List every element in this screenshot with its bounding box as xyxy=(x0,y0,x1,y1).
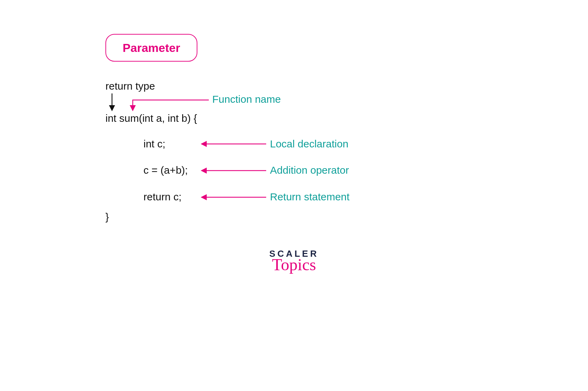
logo-topics-text: Topics xyxy=(0,257,588,272)
label-function-name: Function name xyxy=(212,93,281,105)
label-return-statement: Return statement xyxy=(270,191,349,203)
code-local-declaration: int c; xyxy=(143,138,165,150)
code-return: return c; xyxy=(143,191,181,203)
code-addition: c = (a+b); xyxy=(143,164,188,176)
code-signature: int sum(int a, int b) { xyxy=(105,112,197,124)
arrow-function-name xyxy=(133,100,209,110)
logo: SCALER Topics xyxy=(0,248,588,272)
label-local-declaration: Local declaration xyxy=(270,138,348,150)
label-addition-operator: Addition operator xyxy=(270,164,349,176)
code-close-brace: } xyxy=(105,211,109,223)
parameter-title-box: Parameter xyxy=(105,34,197,62)
diagram-stage: Parameter return type int sum(int a, int… xyxy=(0,0,588,391)
parameter-title-text: Parameter xyxy=(123,41,180,55)
return-type-label: return type xyxy=(105,80,155,92)
